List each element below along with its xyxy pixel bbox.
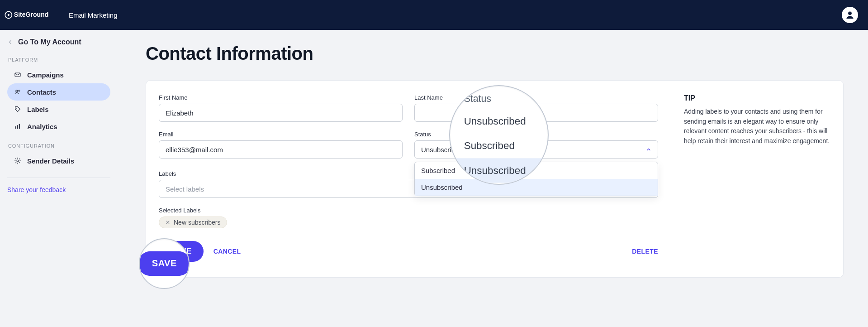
status-options: Subscribed Unsubscribed <box>414 162 658 196</box>
tag-icon <box>14 106 22 113</box>
main-content: Contact Information First Name Last Name <box>118 30 868 327</box>
sidebar-item-label: Campaigns <box>27 71 64 79</box>
sidebar-item-label: Labels <box>27 106 49 113</box>
email-input[interactable] <box>159 140 403 159</box>
svg-point-1 <box>8 14 9 16</box>
svg-point-3 <box>848 11 852 15</box>
status-select[interactable]: Unsubscribed <box>414 140 658 159</box>
svg-rect-10 <box>19 124 20 129</box>
chip-label: New subscribers <box>174 219 220 226</box>
status-option-subscribed[interactable]: Subscribed <box>415 162 658 179</box>
brand-block: SiteGround Email Marketing <box>4 9 118 21</box>
tip-body: Adding labels to your contacts and using… <box>684 107 830 146</box>
section-platform: PLATFORM <box>8 57 110 63</box>
siteground-logo: SiteGround <box>4 9 62 21</box>
share-feedback-link[interactable]: Share your feedback <box>7 186 66 193</box>
last-name-label: Last Name <box>414 94 658 101</box>
selected-labels-label: Selected Labels <box>159 207 658 214</box>
labels-placeholder: Select labels <box>166 185 204 193</box>
sidebar-item-labels[interactable]: Labels <box>7 101 110 118</box>
sidebar-item-contacts[interactable]: Contacts <box>7 83 110 101</box>
svg-point-5 <box>16 90 18 92</box>
svg-point-11 <box>17 160 19 162</box>
top-bar: SiteGround Email Marketing <box>0 0 868 30</box>
gear-icon <box>14 157 22 164</box>
sidebar-item-label: Contacts <box>27 88 56 96</box>
chart-icon <box>14 123 22 130</box>
selected-label-chip[interactable]: New subscribers <box>159 216 227 228</box>
sidebar-divider <box>7 178 110 178</box>
svg-text:SiteGround: SiteGround <box>14 11 49 18</box>
svg-point-7 <box>16 108 17 109</box>
cancel-button[interactable]: CANCEL <box>213 248 241 255</box>
delete-button[interactable]: DELETE <box>632 248 658 255</box>
field-email: Email <box>159 131 403 159</box>
back-label: Go To My Account <box>18 38 81 46</box>
page-title: Contact Information <box>146 43 844 64</box>
arrow-left-icon <box>7 39 14 45</box>
app-name: Email Marketing <box>69 11 118 19</box>
close-icon <box>166 220 170 225</box>
field-selected-labels: Selected Labels New subscribers <box>159 207 658 228</box>
field-first-name: First Name <box>159 94 403 122</box>
tip-panel: TIP Adding labels to your contacts and u… <box>671 81 843 277</box>
back-to-account[interactable]: Go To My Account <box>7 38 110 46</box>
sidebar-item-label: Sender Details <box>27 157 74 165</box>
form-area: First Name Last Name Email Status <box>146 81 671 277</box>
sidebar-item-campaigns[interactable]: Campaigns <box>7 66 110 83</box>
content-card: First Name Last Name Email Status <box>146 80 844 278</box>
mail-icon <box>14 71 22 78</box>
users-icon <box>14 88 22 96</box>
svg-rect-8 <box>15 126 16 129</box>
svg-rect-9 <box>17 125 18 129</box>
field-last-name: Last Name <box>414 94 658 122</box>
user-icon <box>845 10 855 20</box>
account-avatar[interactable] <box>842 7 858 23</box>
chevron-up-icon <box>646 147 651 152</box>
status-option-unsubscribed[interactable]: Unsubscribed <box>415 179 658 196</box>
tip-title: TIP <box>684 94 830 102</box>
sidebar-item-analytics[interactable]: Analytics <box>7 118 110 135</box>
sidebar-item-label: Analytics <box>27 123 57 130</box>
svg-point-6 <box>19 90 20 91</box>
email-label: Email <box>159 131 403 138</box>
first-name-label: First Name <box>159 94 403 101</box>
status-value: Unsubscribed <box>421 146 463 154</box>
save-button[interactable]: SAVE <box>159 241 204 262</box>
first-name-input[interactable] <box>159 104 403 122</box>
sidebar: Go To My Account PLATFORM Campaigns Cont… <box>0 30 118 327</box>
section-config: CONFIGURATION <box>8 143 110 149</box>
form-actions: SAVE CANCEL DELETE <box>159 241 658 262</box>
status-label: Status <box>414 131 658 138</box>
field-status: Status Unsubscribed Subscribed Unsubscri… <box>414 131 658 159</box>
sidebar-item-sender-details[interactable]: Sender Details <box>7 152 110 169</box>
last-name-input[interactable] <box>414 104 658 122</box>
